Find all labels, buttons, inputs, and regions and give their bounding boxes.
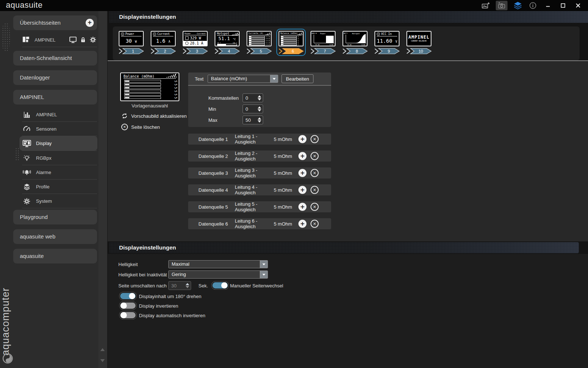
- page-tab-8[interactable]: 8: [342, 48, 368, 54]
- add-source-button[interactable]: [298, 203, 306, 211]
- display-page-5[interactable]: Currents (A) 0.3 A 0.8 A 0.4 A 0.3 A 0.4…: [244, 29, 274, 56]
- display-page-4[interactable]: Hotspot 51.1 °C 30 T100 T 4: [212, 29, 242, 56]
- sidebar-item-rgbpx[interactable]: RGBpx: [22, 151, 97, 165]
- display-page-7[interactable]: 800 W Power -10:00 0:00 7: [308, 29, 338, 56]
- remove-source-button[interactable]: [311, 135, 319, 143]
- sidebar-item-aquasuite-web[interactable]: aquasuite web: [13, 229, 97, 244]
- add-overview-page-icon[interactable]: [86, 19, 94, 27]
- page-switch-spinner[interactable]: 30: [168, 281, 191, 290]
- sidebar-item-datenlogger[interactable]: Datenlogger: [13, 70, 97, 85]
- spin-down-icon[interactable]: [258, 98, 261, 100]
- svg-text:2: 2: [164, 49, 166, 53]
- dropdown-arrow-icon[interactable]: [260, 261, 268, 268]
- sidebar-scrollbar[interactable]: [98, 11, 107, 368]
- svg-text:800 W: 800 W: [312, 32, 317, 34]
- edit-button[interactable]: Bearbeiten: [282, 74, 313, 83]
- page-tab-6[interactable]: 6: [278, 48, 304, 54]
- display-page-1[interactable]: Power 30 W 1: [116, 29, 146, 56]
- sidebar-item-daten-schnellansicht[interactable]: Daten-Schnellansicht: [13, 51, 97, 66]
- add-source-button[interactable]: [298, 152, 306, 160]
- spin-down-icon[interactable]: [258, 109, 261, 112]
- sidebar-item-playground[interactable]: Playground: [13, 210, 97, 224]
- page-tab-3[interactable]: 3: [182, 48, 208, 54]
- add-source-button[interactable]: [298, 220, 306, 228]
- spin-up-icon[interactable]: [258, 117, 261, 120]
- device-group-label: AMPINEL: [20, 94, 44, 100]
- page-tab-5[interactable]: 5: [246, 48, 272, 54]
- sidebar-scroll-down[interactable]: [100, 359, 105, 362]
- spin-up-icon[interactable]: [186, 283, 189, 285]
- text-source-dropdown[interactable]: Balance (mOhm): [208, 75, 278, 83]
- refresh-preview-action[interactable]: Vorschaubild aktualisieren: [121, 113, 187, 119]
- drag-handle[interactable]: [15, 148, 20, 161]
- screenshot-camera-icon[interactable]: [496, 1, 508, 10]
- dropdown-arrow-icon[interactable]: [270, 75, 278, 82]
- value-settings-panel: Text Balance (mOhm) Bearbeiten Kommastel…: [188, 72, 331, 127]
- display-page-6-selected[interactable]: Balance (mOhm) 5 5 5 5 5 5 6: [276, 29, 306, 56]
- idle-brightness-dropdown[interactable]: Gering: [168, 270, 268, 279]
- page-tab-1[interactable]: 1: [118, 48, 144, 54]
- main-area: Displayeinstellungen Power 30 W 1 Curren…: [108, 11, 588, 368]
- spin-up-icon[interactable]: [258, 106, 261, 109]
- spin-down-icon[interactable]: [186, 286, 189, 288]
- display-page-10[interactable]: AMPINEL CURRENT BALANCER 10: [404, 29, 434, 56]
- dropdown-arrow-icon[interactable]: [260, 271, 268, 278]
- add-source-button[interactable]: [298, 186, 306, 194]
- brightness-dropdown[interactable]: Maximal: [168, 260, 268, 268]
- aquacomputer-logo: [2, 353, 13, 365]
- remove-source-button[interactable]: [311, 152, 319, 160]
- profiles-layers-icon[interactable]: [513, 1, 523, 10]
- lock-icon[interactable]: [80, 36, 86, 44]
- template-select-label[interactable]: Vorlagenauswahl: [120, 103, 179, 109]
- remove-source-button[interactable]: [311, 220, 319, 228]
- display-page-3[interactable]: PowerCurrent 329 W 28.1 A 3: [180, 29, 210, 56]
- sidebar-item-uebersichtsseiten[interactable]: Übersichtsseiten: [13, 15, 97, 30]
- sidebar-overview-page-ampinel[interactable]: AMPINEL: [22, 34, 97, 46]
- gear-icon[interactable]: [89, 36, 97, 44]
- manual-page-switch-toggle[interactable]: [212, 282, 229, 289]
- info-icon[interactable]: [528, 1, 538, 10]
- sidebar-item-profile[interactable]: Profile: [22, 180, 97, 194]
- sidebar-item-display[interactable]: Display: [19, 136, 97, 151]
- source-name: Leitung 4 - Ausgleich: [235, 184, 274, 195]
- spin-up-icon[interactable]: [258, 95, 261, 98]
- rotate-display-toggle[interactable]: [119, 292, 136, 300]
- invert-display-toggle[interactable]: [119, 302, 136, 309]
- remove-source-button[interactable]: [311, 203, 319, 211]
- minimize-button[interactable]: [543, 1, 553, 10]
- page-tab-4[interactable]: 4: [214, 48, 240, 54]
- add-source-button[interactable]: [298, 135, 306, 143]
- page-tab-10[interactable]: 10: [406, 48, 432, 54]
- max-label: Max: [188, 117, 243, 123]
- page-tab-9[interactable]: 9: [374, 48, 400, 54]
- display-page-2[interactable]: Current 1.6 A 2: [148, 29, 178, 56]
- sidebar-item-ampinel[interactable]: AMPINEL: [22, 107, 97, 122]
- sidebar-item-aquasuite[interactable]: aquasuite: [13, 249, 97, 263]
- export-image-icon[interactable]: [481, 1, 490, 10]
- page-tab-7[interactable]: 7: [310, 48, 336, 54]
- source-name: Leitung 3 - Ausgleich: [235, 167, 274, 178]
- monitor-icon[interactable]: [69, 36, 77, 44]
- sidebar-item-sensoren[interactable]: Sensoren: [22, 122, 97, 136]
- maximize-button[interactable]: [558, 1, 568, 10]
- min-spinner[interactable]: 0: [243, 105, 263, 113]
- remove-source-button[interactable]: [311, 169, 319, 177]
- auto-invert-display-toggle[interactable]: [119, 311, 136, 319]
- delete-page-action[interactable]: Seite löschen: [121, 124, 160, 130]
- spin-down-icon[interactable]: [258, 120, 261, 123]
- page-tab-2[interactable]: 2: [150, 48, 176, 54]
- sidebar-scroll-up[interactable]: [100, 348, 105, 351]
- svg-text:3: 3: [196, 49, 198, 53]
- remove-source-button[interactable]: [311, 186, 319, 194]
- sidebar-item-system[interactable]: System: [22, 194, 97, 208]
- max-spinner[interactable]: 50: [243, 116, 263, 124]
- display-page-9[interactable]: VCC In 11.60 V 9: [372, 29, 402, 56]
- close-button[interactable]: [573, 1, 583, 10]
- add-source-button[interactable]: [298, 169, 306, 177]
- decimals-spinner[interactable]: 0: [243, 93, 263, 102]
- display-page-8[interactable]: 80°C Hotspot -10:00 0:00 8: [340, 29, 370, 56]
- svg-text:1: 1: [132, 49, 134, 53]
- svg-text:80°C: 80°C: [344, 32, 348, 34]
- sidebar-item-ampinel-group[interactable]: AMPINEL: [13, 90, 97, 105]
- sidebar-item-alarme[interactable]: Alarme: [22, 165, 97, 180]
